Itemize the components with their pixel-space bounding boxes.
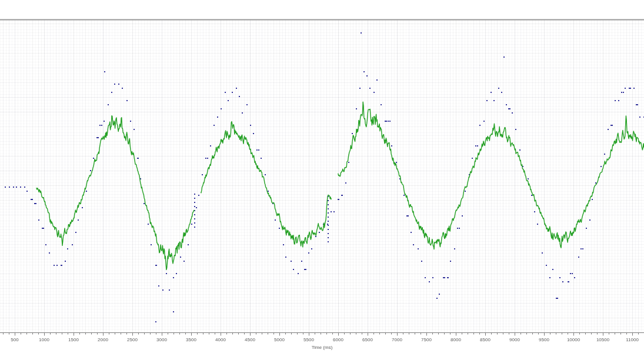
- x-tick-label: 8000: [451, 337, 461, 342]
- x-tick-label: 10500: [596, 337, 609, 342]
- mousetester-window: MouseTester 800 cpi 50010001500200025003…: [0, 0, 644, 353]
- x-tick-label: 3500: [186, 337, 196, 342]
- x-tick-label: 7500: [421, 337, 432, 342]
- x-tick-label: 1500: [68, 337, 79, 342]
- x-tick-label: 7000: [392, 337, 402, 342]
- x-tick-label: 2500: [127, 337, 138, 342]
- velocity-chart-canvas: [0, 0, 644, 353]
- x-tick-label: 4500: [245, 337, 255, 342]
- x-tick-label: 10000: [567, 337, 580, 342]
- x-axis-caption: Time (ms): [0, 345, 644, 350]
- x-tick-label: 3000: [156, 337, 167, 342]
- x-tick-label: 11000: [626, 337, 639, 342]
- x-tick-label: 6000: [333, 337, 343, 342]
- x-tick-label: 6500: [362, 337, 373, 342]
- x-tick-label: 8500: [480, 337, 490, 342]
- x-tick-label: 9000: [509, 337, 520, 342]
- x-tick-label: 4000: [215, 337, 226, 342]
- x-tick-label: 5000: [274, 337, 285, 342]
- x-tick-label: 500: [11, 337, 18, 342]
- x-tick-label: 5500: [303, 337, 314, 342]
- x-tick-label: 1000: [39, 337, 49, 342]
- x-tick-label: 9500: [539, 337, 549, 342]
- x-tick-label: 2000: [98, 337, 108, 342]
